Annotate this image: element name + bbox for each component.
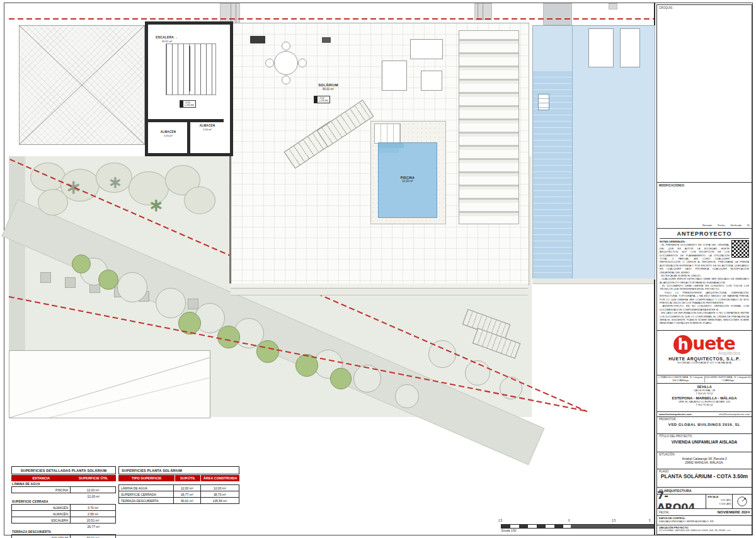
north-arrow-cell <box>732 495 752 508</box>
plan-fragment <box>543 3 572 25</box>
tree-green <box>72 255 91 273</box>
rev-col: Revisión <box>702 224 712 227</box>
escala-a3: 1:100 (A3) <box>707 502 731 505</box>
summary-surface-table: SUPERFICIES PLANTA SOLÁRIUM TIPO SUPERFI… <box>118 466 239 504</box>
row-name: ALMACÉN <box>12 511 71 517</box>
office-tel-1: T 954 09 73 52 <box>657 392 752 395</box>
table-row: PISCINA 12,00 m² <box>12 487 115 493</box>
plano-title: PLANTA SOLÁRIUM - COTA 3.50m <box>657 474 752 479</box>
fecha-value: NOVIEMBRE 2024 <box>718 510 750 514</box>
sofa <box>382 60 407 91</box>
hedge <box>184 186 215 214</box>
interior-wall <box>148 119 224 122</box>
email-link[interactable]: info@huetearquitectos.com <box>719 413 750 416</box>
detail-table-header: ESTANCIA SUPERFICIE ÚTIL <box>11 475 116 481</box>
dimension-tick <box>236 4 236 23</box>
office-tel-2: T 952 79 80 52 <box>657 403 752 406</box>
sheet-number: 7-ARQ04 <box>657 495 706 508</box>
hedge <box>38 189 68 215</box>
situacion-line2: 29692 MANILVA, MÁLAGA. <box>657 461 752 464</box>
solarium-area: 90,01 m² <box>306 88 350 91</box>
boundary-line-top <box>9 18 654 20</box>
chair <box>265 59 274 67</box>
bbq-counter <box>250 36 265 43</box>
col-util: SUP.ÚTIL <box>175 475 200 481</box>
website-link[interactable]: www.huetearquitectos.com <box>659 413 692 416</box>
file-location-row: UBICACIÓN PROYECTO: 22/VIVIENDA UNIFAMIL… <box>656 525 752 535</box>
firm-registration: SOCIEDAD COLEGIADA Nº 417 COA MÁLAGA <box>657 361 752 364</box>
table-row: ALMACÉN 2,56 m² <box>12 511 115 517</box>
pool-lounger <box>588 28 614 67</box>
huete-logo-icon: h <box>673 335 692 354</box>
level-abs: (+131,80) <box>185 104 194 106</box>
interior-wall <box>187 119 190 153</box>
terrace-step <box>231 289 528 295</box>
anteproyecto-box: ANTEPROYECTO NOTAS GENERALES: - EL PRESE… <box>656 228 752 331</box>
revisions-label: MODIFICACIONES: <box>657 183 752 188</box>
col-superficie-util: SUPERFICIE ÚTIL <box>71 475 116 481</box>
croquis-box: CROQUIS: <box>656 4 752 183</box>
col-estancia: ESTANCIA <box>11 475 71 481</box>
garden-path-edge <box>9 156 25 353</box>
pool-divider-line <box>572 26 573 279</box>
tree-green <box>217 326 240 348</box>
table-row: ALMACÉN 3,70 m² <box>12 505 115 511</box>
table-row: SOLARIUM 90,01 m² <box>12 535 115 538</box>
sheet-number-row: 7-ARQ04 ESCALA: 1:50 (A1) 1:100 (A3) <box>656 494 752 509</box>
planter-box <box>322 37 331 43</box>
row-name: SOLARIUM <box>12 535 71 538</box>
logo-box: huete Arquitectos HUETE ARQUITECTOS, S.L… <box>656 330 752 375</box>
pool-step <box>379 148 399 153</box>
row-constr: 12,00 m² <box>200 485 239 491</box>
control-value: DIBUJADO/REVISADO: BR/RR AJUSTADO: RR <box>659 520 750 523</box>
row-value: 20,51 m² <box>71 517 115 523</box>
tree <box>117 272 147 302</box>
drawing-sheet: ∗ ∗ ∗ ∗ ∗ <box>0 0 756 538</box>
hipped-roof <box>19 25 145 145</box>
dimension-tick <box>231 4 231 23</box>
detail-surface-table: SUPERFICIES DETALLADAS PLANTA SOLÁRIUM E… <box>11 466 116 538</box>
group-subtotal: 12,00 m² <box>11 493 116 499</box>
offices-box: SEVILLA CALLE ROSAL, 28 T 954 09 73 52 E… <box>656 383 752 412</box>
croquis-label: CROQUIS: <box>657 5 752 11</box>
tree-green <box>98 270 118 290</box>
situacion-box: SITUACIÓN: Arrabal Calatange 38, Parcela… <box>656 452 752 469</box>
row-value: 12,00 m² <box>71 487 115 493</box>
planter <box>40 272 51 283</box>
revisions-box: MODIFICACIONES: Revisión Fecha Verificad… <box>656 182 752 229</box>
stair-core: ESCALERA → 20,51 m² +3,50 (+131,80) ALMA… <box>145 21 233 156</box>
table-row: ESCALERA 20,51 m² <box>12 517 115 523</box>
tree <box>156 288 186 318</box>
scalebar-tick-label: 0 <box>568 519 570 522</box>
palm-tree-icon: ∗ <box>149 197 163 214</box>
ubicacion-value: 22/VIVIENDA UNIFAMILIAR MANILVA/22016_HU… <box>659 529 750 532</box>
title-block: CROQUIS: MODIFICACIONES: Revisión Fecha … <box>656 5 752 535</box>
row-util: 90,01 m² <box>173 498 200 503</box>
building-roof-lines <box>9 351 210 418</box>
row-name: PISCINA <box>12 487 71 493</box>
summary-table-header: TIPO SUPERFICIE SUP.ÚTIL ÁREA CONSTRUIDA <box>118 475 239 481</box>
almacen1-area: 3,70 m² <box>153 134 183 137</box>
piscina-area: 12,00 m² <box>389 180 427 183</box>
row-constr: 135,54 m² <box>200 498 239 503</box>
detail-table-title: SUPERFICIES DETALLADAS PLANTA SOLÁRIUM <box>11 466 116 474</box>
escalera-label: ESCALERA → 20,51 m² <box>149 36 185 43</box>
pool-edge <box>532 278 654 284</box>
chair <box>282 76 290 84</box>
row-value: 90,01 m² <box>71 535 115 538</box>
scalebar-caption: Escala 1/50 <box>501 529 517 532</box>
row-name: SUPERFICIE CERRADA <box>119 491 173 497</box>
pool-lounger <box>620 28 640 67</box>
terrace-step <box>231 283 528 289</box>
firm-name: HUETE ARQUITECTOS, S.L.P. <box>657 357 752 361</box>
stair-treads <box>166 43 216 95</box>
project-title: VIVIENDA UNIFAMILIAR AISLADA <box>657 440 752 444</box>
col-tipo: TIPO SUPERFICIE <box>118 475 175 481</box>
scalebar-tick-label: 2,5 <box>612 519 616 522</box>
planter <box>65 277 76 288</box>
rev-col: ID <box>747 224 750 227</box>
scalebar-tick-label: 5 <box>649 519 651 522</box>
escalera-area: 20,51 m² <box>149 40 185 43</box>
roof-ridge-lines <box>20 26 144 144</box>
row-name: ALMACÉN <box>12 505 71 510</box>
